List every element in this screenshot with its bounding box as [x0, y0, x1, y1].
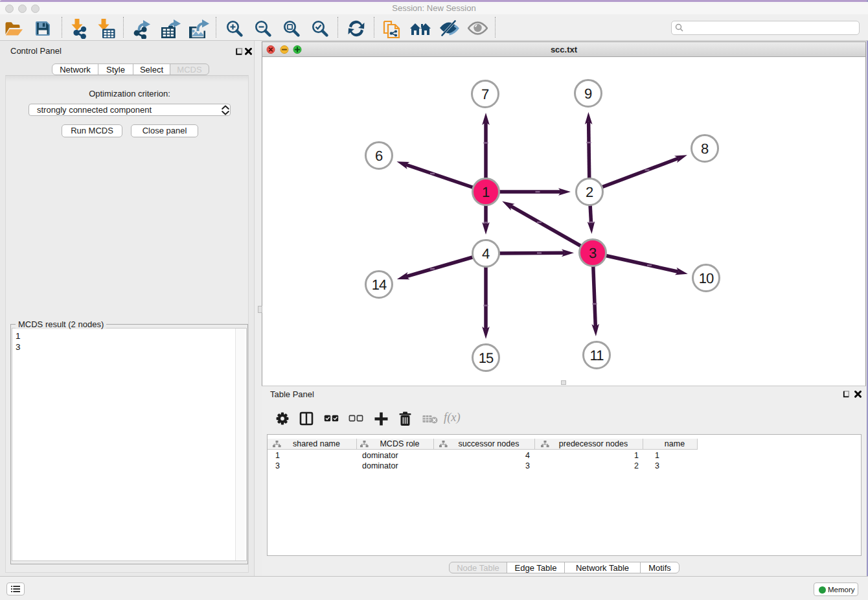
- svg-text:15: 15: [479, 350, 494, 366]
- svg-text:14: 14: [372, 277, 387, 293]
- svg-text:10: 10: [699, 270, 714, 286]
- svg-text:3: 3: [589, 245, 597, 261]
- svg-text:11: 11: [590, 347, 604, 363]
- svg-text:4: 4: [482, 246, 490, 262]
- svg-text:1: 1: [482, 184, 490, 200]
- svg-text:6: 6: [375, 148, 383, 164]
- svg-text:9: 9: [584, 86, 592, 102]
- svg-text:8: 8: [701, 141, 709, 157]
- svg-text:2: 2: [586, 184, 593, 200]
- svg-text:7: 7: [481, 86, 489, 102]
